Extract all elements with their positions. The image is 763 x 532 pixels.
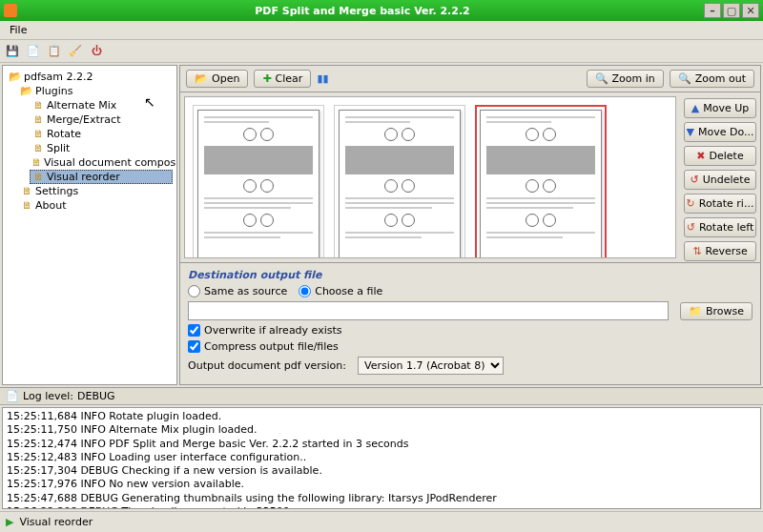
menu-file[interactable]: File (4, 22, 32, 38)
maximize-button[interactable]: ▢ (723, 3, 740, 18)
app-icon (4, 4, 17, 17)
tree-settings[interactable]: 🗎Settings (18, 184, 173, 198)
tree-item-visual-document-composer[interactable]: 🗎Visual document composer (30, 155, 173, 170)
radio-choose-file[interactable]: Choose a file (299, 285, 382, 297)
log-body[interactable]: 15:25:11,684 INFO Rotate plugin loaded.1… (2, 407, 761, 509)
rotate-right-button[interactable]: ↻Rotate ri... (684, 194, 756, 214)
check-overwrite[interactable]: Overwrite if already exists (188, 324, 342, 337)
clear-button[interactable]: ✚Clear (254, 70, 311, 88)
log-line: 15:25:47,688 DEBUG Generating thumbnails… (7, 492, 756, 505)
tree-item-label: Alternate Mix (47, 99, 116, 112)
tree-item-label: Visual reorder (47, 171, 120, 183)
thumbs-scroll[interactable]: 64 - [A4]65 - [A4]66 - [A4] (184, 96, 676, 258)
zoom-out-button[interactable]: 🔍Zoom out (670, 70, 754, 88)
delete-button[interactable]: ✖Delete (684, 146, 756, 166)
tree-item-label: Rotate (47, 128, 81, 140)
main-split: ↖ 📂pdfsam 2.2.2 📂Plugins 🗎Alternate Mix🗎… (0, 63, 763, 387)
folder-open-icon: 📂 (195, 72, 208, 85)
open-label: Open (212, 72, 239, 85)
page-icon: 🗎 (31, 142, 45, 154)
save-icon[interactable]: 💾 (4, 43, 21, 60)
page-icon: 🗎 (31, 99, 45, 112)
thumbnail[interactable]: 64 - [A4] (193, 105, 324, 258)
arrow-up-icon: ▲ (691, 102, 699, 114)
thumb-toolbar: 📂Open ✚Clear ▮▮ 🔍Zoom in 🔍Zoom out (179, 65, 761, 92)
log-line: 15:25:11,684 INFO Rotate plugin loaded. (7, 410, 756, 423)
page-icon: 🗎 (31, 171, 45, 183)
undelete-button[interactable]: ↺Undelete (684, 170, 756, 190)
tree-item-rotate[interactable]: 🗎Rotate (30, 127, 173, 141)
log-level: DEBUG (77, 390, 115, 402)
tree-item-merge-extract[interactable]: 🗎Merge/Extract (30, 113, 173, 127)
open-button[interactable]: 📂Open (186, 70, 248, 88)
exit-icon[interactable]: ⏻ (88, 43, 105, 60)
tree-item-label: Split (47, 142, 70, 154)
radio-same-source[interactable]: Same as source (188, 285, 287, 297)
move-up-button[interactable]: ▲Move Up (684, 98, 756, 118)
arrow-down-icon: ▼ (687, 126, 694, 138)
move-down-button[interactable]: ▼Move Do... (684, 122, 756, 142)
reverse-icon: ⇅ (692, 245, 701, 257)
page-icon: 🗎 (31, 128, 45, 140)
close-button[interactable]: ✕ (742, 3, 759, 18)
dest-path-input[interactable] (188, 301, 669, 320)
page-icon: 🗎 (20, 185, 33, 197)
version-select[interactable]: Version 1.7 (Acrobat 8) (358, 357, 504, 375)
rotate-left-button[interactable]: ↺Rotate left (684, 217, 756, 237)
rotate-left-icon: ↺ (687, 221, 695, 234)
tree-panel: ↖ 📂pdfsam 2.2.2 📂Plugins 🗎Alternate Mix🗎… (2, 65, 177, 385)
log-line: 15:26:22,208 DEBUG Thumbnails generated … (7, 505, 756, 509)
reverse-button[interactable]: ⇅Reverse (684, 241, 756, 261)
zoom-in-label: Zoom in (612, 72, 655, 85)
thumb-area: 64 - [A4]65 - [A4]66 - [A4] ▲Move Up ▼Mo… (179, 92, 761, 262)
page-icon: 🗎 (31, 113, 45, 126)
tree-root-label: pdfsam 2.2.2 (24, 71, 93, 83)
tree-item-label: Merge/Extract (47, 113, 120, 126)
zoom-out-icon: 🔍 (678, 72, 691, 85)
thumbnail[interactable]: 65 - [A4] (334, 105, 465, 258)
browse-button[interactable]: 📁Browse (680, 302, 753, 320)
statusbar: ▶ Visual reorder (0, 511, 763, 532)
destination-panel: Destination output file Same as source C… (179, 262, 761, 385)
tree-item-visual-reorder[interactable]: 🗎Visual reorder (30, 170, 173, 184)
clear-label: Clear (276, 72, 303, 85)
window-title: PDF Split and Merge basic Ver. 2.2.2 (23, 5, 702, 17)
delete-icon: ✖ (696, 150, 705, 162)
log-icon[interactable]: 📋 (46, 43, 63, 60)
zoom-out-label: Zoom out (695, 72, 746, 85)
tree-plugins[interactable]: 📂Plugins (18, 84, 173, 98)
file-icon[interactable]: 📄 (25, 43, 42, 60)
tree-item-split[interactable]: 🗎Split (30, 141, 173, 155)
log-line: 15:25:17,976 INFO No new version availab… (7, 478, 756, 491)
tree-plugins-label: Plugins (35, 85, 72, 97)
folder-icon: 📁 (689, 305, 702, 317)
page-icon: 🗎 (31, 156, 42, 169)
status-text: Visual reorder (19, 516, 93, 528)
folder-icon: 📂 (9, 71, 22, 83)
log-header: 📄 Log level: DEBUG (0, 388, 763, 405)
zoom-in-icon: 🔍 (595, 72, 608, 85)
log-line: 15:25:11,750 INFO Alternate Mix plugin l… (7, 423, 756, 437)
tree-root[interactable]: 📂pdfsam 2.2.2 (7, 70, 173, 84)
log-panel: 📄 Log level: DEBUG 15:25:11,684 INFO Rot… (0, 387, 763, 511)
broom-icon: ✚ (262, 72, 271, 85)
version-label: Output document pdf version: (188, 359, 346, 372)
folder-icon: 📂 (20, 85, 33, 97)
tree-about-label: About (35, 199, 67, 212)
log-level-prefix: Log level: (23, 390, 73, 402)
undelete-icon: ↺ (691, 174, 699, 186)
tree-item-alternate-mix[interactable]: 🗎Alternate Mix (30, 98, 173, 113)
check-compress[interactable]: Compress output file/files (188, 340, 339, 353)
pause-icon[interactable]: ▮▮ (317, 72, 328, 85)
tree-about[interactable]: 🗎About (18, 198, 173, 213)
status-icon: ▶ (6, 516, 13, 528)
zoom-in-button[interactable]: 🔍Zoom in (587, 70, 664, 88)
thumbnail[interactable]: 66 - [A4] (475, 105, 607, 258)
tree-item-label: Visual document composer (44, 156, 177, 169)
minimize-button[interactable]: – (704, 3, 721, 18)
dest-legend: Destination output file (188, 269, 753, 281)
clear-icon[interactable]: 🧹 (67, 43, 84, 60)
log-icon: 📄 (6, 390, 19, 402)
rotate-right-icon: ↻ (687, 197, 695, 210)
tree-settings-label: Settings (35, 185, 78, 197)
